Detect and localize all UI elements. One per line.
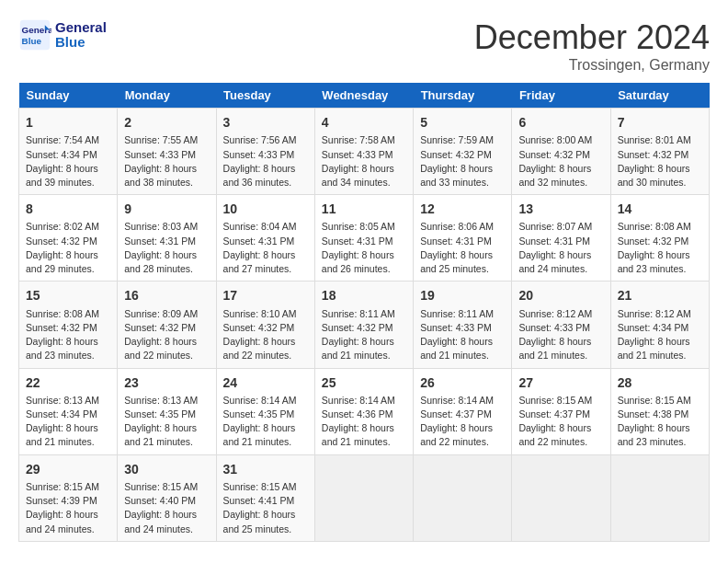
calendar-cell: 24Sunrise: 8:14 AMSunset: 4:35 PMDayligh… — [216, 368, 314, 454]
day-info: Sunrise: 8:13 AMSunset: 4:34 PMDaylight:… — [26, 394, 110, 450]
col-header-saturday: Saturday — [610, 83, 709, 109]
title-block: December 2024 Trossingen, Germany — [474, 18, 710, 74]
calendar-week-row: 15Sunrise: 8:08 AMSunset: 4:32 PMDayligh… — [19, 282, 710, 368]
calendar-cell: 22Sunrise: 8:13 AMSunset: 4:34 PMDayligh… — [19, 368, 118, 454]
day-number: 9 — [124, 200, 209, 218]
svg-text:General: General — [22, 25, 51, 35]
calendar-cell: 14Sunrise: 8:08 AMSunset: 4:32 PMDayligh… — [610, 195, 709, 282]
day-number: 15 — [26, 286, 110, 304]
calendar-cell: 26Sunrise: 8:14 AMSunset: 4:37 PMDayligh… — [414, 368, 512, 454]
col-header-tuesday: Tuesday — [216, 83, 314, 109]
calendar-cell: 18Sunrise: 8:11 AMSunset: 4:32 PMDayligh… — [314, 282, 413, 368]
calendar-cell — [610, 454, 709, 541]
calendar-cell: 17Sunrise: 8:10 AMSunset: 4:32 PMDayligh… — [216, 282, 314, 368]
col-header-friday: Friday — [512, 83, 610, 109]
day-info: Sunrise: 8:15 AMSunset: 4:37 PMDaylight:… — [518, 394, 603, 450]
day-number: 29 — [26, 460, 110, 478]
calendar-week-row: 1Sunrise: 7:54 AMSunset: 4:34 PMDaylight… — [19, 109, 710, 195]
day-info: Sunrise: 8:00 AMSunset: 4:32 PMDaylight:… — [518, 133, 603, 190]
day-info: Sunrise: 7:58 AMSunset: 4:33 PMDaylight:… — [322, 133, 406, 190]
day-info: Sunrise: 8:15 AMSunset: 4:40 PMDaylight:… — [124, 480, 209, 536]
day-number: 17 — [223, 286, 308, 304]
calendar-cell: 19Sunrise: 8:11 AMSunset: 4:33 PMDayligh… — [414, 282, 512, 368]
calendar-cell: 6Sunrise: 8:00 AMSunset: 4:32 PMDaylight… — [512, 109, 610, 195]
day-number: 20 — [518, 286, 603, 304]
calendar-cell: 11Sunrise: 8:05 AMSunset: 4:31 PMDayligh… — [314, 195, 413, 282]
day-info: Sunrise: 8:15 AMSunset: 4:38 PMDaylight:… — [618, 394, 702, 450]
col-header-wednesday: Wednesday — [314, 83, 413, 109]
col-header-monday: Monday — [118, 83, 216, 109]
calendar-cell: 28Sunrise: 8:15 AMSunset: 4:38 PMDayligh… — [610, 368, 709, 454]
calendar-week-row: 29Sunrise: 8:15 AMSunset: 4:39 PMDayligh… — [19, 454, 710, 541]
day-number: 26 — [420, 373, 505, 392]
day-info: Sunrise: 8:08 AMSunset: 4:32 PMDaylight:… — [618, 220, 702, 276]
day-info: Sunrise: 8:13 AMSunset: 4:35 PMDaylight:… — [124, 394, 209, 450]
calendar-cell: 8Sunrise: 8:02 AMSunset: 4:32 PMDaylight… — [19, 195, 118, 282]
page-header: General Blue General Blue December 2024 … — [18, 18, 710, 74]
day-info: Sunrise: 7:54 AMSunset: 4:34 PMDaylight:… — [26, 133, 110, 190]
calendar-cell: 25Sunrise: 8:14 AMSunset: 4:36 PMDayligh… — [314, 368, 413, 454]
day-info: Sunrise: 8:14 AMSunset: 4:36 PMDaylight:… — [322, 394, 406, 450]
calendar-week-row: 22Sunrise: 8:13 AMSunset: 4:34 PMDayligh… — [19, 368, 710, 454]
day-number: 31 — [223, 460, 308, 478]
day-info: Sunrise: 8:09 AMSunset: 4:32 PMDaylight:… — [124, 307, 209, 363]
day-info: Sunrise: 8:05 AMSunset: 4:31 PMDaylight:… — [322, 220, 406, 276]
day-info: Sunrise: 7:55 AMSunset: 4:33 PMDaylight:… — [124, 133, 209, 190]
day-info: Sunrise: 7:59 AMSunset: 4:32 PMDaylight:… — [420, 133, 505, 190]
day-number: 16 — [124, 286, 209, 304]
logo-text-general: General — [55, 20, 107, 36]
day-number: 5 — [420, 113, 505, 132]
calendar-cell: 16Sunrise: 8:09 AMSunset: 4:32 PMDayligh… — [118, 282, 216, 368]
calendar-cell — [512, 454, 610, 541]
day-number: 13 — [518, 200, 603, 218]
day-info: Sunrise: 8:01 AMSunset: 4:32 PMDaylight:… — [618, 133, 702, 190]
day-info: Sunrise: 8:12 AMSunset: 4:33 PMDaylight:… — [518, 307, 603, 363]
calendar-cell: 31Sunrise: 8:15 AMSunset: 4:41 PMDayligh… — [216, 454, 314, 541]
logo: General Blue General Blue — [18, 18, 107, 52]
calendar-cell: 9Sunrise: 8:03 AMSunset: 4:31 PMDaylight… — [118, 195, 216, 282]
day-info: Sunrise: 8:02 AMSunset: 4:32 PMDaylight:… — [26, 220, 110, 276]
logo-text-blue: Blue — [55, 35, 107, 51]
day-number: 23 — [124, 373, 209, 392]
day-number: 4 — [322, 113, 406, 132]
day-number: 7 — [618, 113, 702, 132]
logo-icon: General Blue — [18, 18, 51, 52]
calendar-cell: 4Sunrise: 7:58 AMSunset: 4:33 PMDaylight… — [314, 109, 413, 195]
day-number: 30 — [124, 460, 209, 478]
month-title: December 2024 — [474, 18, 710, 57]
calendar-cell: 21Sunrise: 8:12 AMSunset: 4:34 PMDayligh… — [610, 282, 709, 368]
col-header-sunday: Sunday — [19, 83, 118, 109]
calendar-cell: 29Sunrise: 8:15 AMSunset: 4:39 PMDayligh… — [19, 454, 118, 541]
svg-text:Blue: Blue — [22, 36, 42, 46]
calendar-table: SundayMondayTuesdayWednesdayThursdayFrid… — [18, 83, 710, 542]
day-number: 18 — [322, 286, 406, 304]
day-number: 28 — [618, 373, 702, 392]
day-number: 1 — [26, 113, 110, 132]
day-info: Sunrise: 8:11 AMSunset: 4:32 PMDaylight:… — [322, 307, 406, 363]
day-number: 11 — [322, 200, 406, 218]
day-number: 24 — [223, 373, 308, 392]
day-number: 19 — [420, 286, 505, 304]
day-number: 12 — [420, 200, 505, 218]
calendar-body: 1Sunrise: 7:54 AMSunset: 4:34 PMDaylight… — [19, 109, 710, 542]
day-number: 25 — [322, 373, 406, 392]
calendar-cell — [414, 454, 512, 541]
day-info: Sunrise: 8:03 AMSunset: 4:31 PMDaylight:… — [124, 220, 209, 276]
day-number: 6 — [518, 113, 603, 132]
day-info: Sunrise: 8:06 AMSunset: 4:31 PMDaylight:… — [420, 220, 505, 276]
location: Trossingen, Germany — [474, 57, 710, 74]
calendar-cell: 20Sunrise: 8:12 AMSunset: 4:33 PMDayligh… — [512, 282, 610, 368]
calendar-week-row: 8Sunrise: 8:02 AMSunset: 4:32 PMDaylight… — [19, 195, 710, 282]
day-number: 22 — [26, 373, 110, 392]
calendar-cell: 15Sunrise: 8:08 AMSunset: 4:32 PMDayligh… — [19, 282, 118, 368]
day-info: Sunrise: 8:15 AMSunset: 4:41 PMDaylight:… — [223, 480, 308, 536]
day-number: 27 — [518, 373, 603, 392]
calendar-cell — [314, 454, 413, 541]
calendar-cell: 3Sunrise: 7:56 AMSunset: 4:33 PMDaylight… — [216, 109, 314, 195]
calendar-cell: 30Sunrise: 8:15 AMSunset: 4:40 PMDayligh… — [118, 454, 216, 541]
day-number: 2 — [124, 113, 209, 132]
calendar-cell: 7Sunrise: 8:01 AMSunset: 4:32 PMDaylight… — [610, 109, 709, 195]
calendar-cell: 1Sunrise: 7:54 AMSunset: 4:34 PMDaylight… — [19, 109, 118, 195]
calendar-cell: 2Sunrise: 7:55 AMSunset: 4:33 PMDaylight… — [118, 109, 216, 195]
col-header-thursday: Thursday — [414, 83, 512, 109]
